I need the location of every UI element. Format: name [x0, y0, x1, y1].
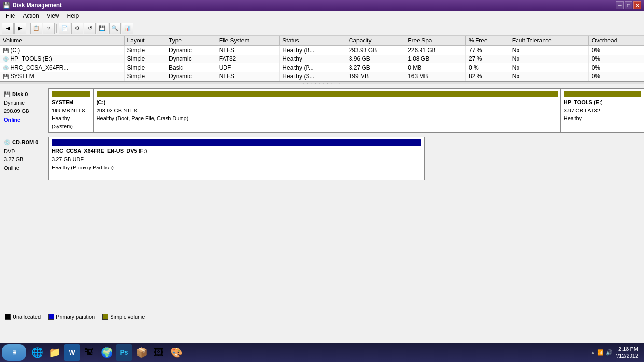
disk0-system-partition[interactable]: SYSTEM 199 MB NTFS Healthy (System) — [49, 89, 94, 132]
cell-type: Dynamic — [166, 72, 216, 81]
taskbar-browser-icon[interactable]: 🌍 — [98, 344, 115, 361]
app-icon: 💾 — [3, 2, 10, 9]
taskbar-media-icon[interactable]: 🖼 — [151, 344, 167, 361]
col-volume[interactable]: Volume — [0, 36, 124, 46]
taskbar-dropbox-icon[interactable]: 📦 — [133, 344, 150, 361]
cell-overhead: 0% — [588, 72, 644, 81]
cell-overhead: 0% — [588, 63, 644, 72]
col-type[interactable]: Type — [166, 36, 216, 46]
cdrom0-partition[interactable]: HRC_CCSA_X64FRE_EN-US_DV5 (F:) 3.27 GB U… — [49, 137, 424, 174]
table-row[interactable]: 💾 SYSTEM Simple Dynamic NTFS Healthy (S.… — [0, 72, 644, 81]
disk0-c-partition[interactable]: (C:) 293.93 GB NTFS Healthy (Boot, Page … — [94, 89, 561, 132]
back-button[interactable]: ◀ — [2, 23, 14, 34]
table-row[interactable]: 💾 (C:) Simple Dynamic NTFS Healthy (B...… — [0, 46, 644, 55]
main-content: Volume Layout Type File System Status Ca… — [0, 36, 644, 343]
cell-fault: No — [509, 63, 588, 72]
disk0-label: 💾 Disk 0 Dynamic 298.09 GB Online — [0, 88, 48, 133]
table-row[interactable]: 💿 HRC_CCSA_X64FR... Simple Basic UDF Hea… — [0, 63, 644, 72]
menu-help[interactable]: Help — [63, 12, 83, 20]
legend-unallocated-label: Unallocated — [13, 314, 41, 320]
legend-unallocated: Unallocated — [5, 314, 41, 320]
minimize-button[interactable]: ─ — [616, 1, 624, 9]
cdrom0-icon: 💿 — [4, 139, 11, 145]
col-capacity[interactable]: Capacity — [346, 36, 405, 46]
cell-pct: 82 % — [465, 72, 509, 81]
toolbar: ◀ ▶ 📋 ? 📄 ⚙ ↺ 💾 🔍 📊 — [0, 21, 644, 36]
cell-fault: No — [509, 46, 588, 55]
cdrom0-type: DVD — [4, 148, 15, 154]
cell-type: Dynamic — [166, 46, 216, 55]
col-fault[interactable]: Fault Tolerance — [509, 36, 588, 46]
cdrom0-label: 💿 CD-ROM 0 DVD 3.27 GB Online — [0, 137, 48, 180]
col-freespace[interactable]: Free Spa... — [405, 36, 466, 46]
forward-button[interactable]: ▶ — [14, 23, 26, 34]
taskbar-word-icon[interactable]: W — [64, 344, 80, 361]
hptools-partition-size: 3.97 GB FAT32 — [564, 107, 641, 115]
properties-button[interactable]: 📋 — [30, 23, 42, 34]
legend-bar: Unallocated Primary partition Simple vol… — [0, 309, 644, 323]
restore-button[interactable]: □ — [625, 1, 632, 9]
cdrom0-row: 💿 CD-ROM 0 DVD 3.27 GB Online HRC_CCSA_X… — [0, 137, 644, 180]
tray-date-display: 7/12/2012 — [615, 352, 638, 359]
cell-status: Healthy (P... — [280, 63, 346, 72]
col-status[interactable]: Status — [280, 36, 346, 46]
taskbar-paint-icon[interactable]: 🎨 — [168, 344, 184, 361]
refresh-button[interactable]: ↺ — [84, 23, 96, 34]
cell-capacity: 293.93 GB — [346, 46, 405, 55]
cell-fault: No — [509, 55, 588, 63]
chart-button[interactable]: 📊 — [122, 23, 133, 34]
close-button[interactable]: ✕ — [633, 1, 641, 9]
cdrom0-partition-size: 3.27 GB UDF — [52, 155, 421, 164]
disk0-size: 298.09 GB — [4, 108, 29, 114]
tray-signal-icon: 📶 — [597, 349, 604, 356]
cell-fault: No — [509, 72, 588, 81]
window-title: Disk Management — [13, 2, 62, 9]
menu-bar: File Action View Help — [0, 11, 644, 21]
help-button[interactable]: ? — [43, 23, 55, 34]
search-button[interactable]: 🔍 — [109, 23, 121, 34]
cell-status: Healthy (S... — [280, 72, 346, 81]
cell-pct: 27 % — [465, 55, 509, 63]
menu-action[interactable]: Action — [19, 12, 42, 20]
legend-simple-label: Simple volume — [110, 314, 145, 320]
cell-type: Basic — [166, 63, 216, 72]
start-button[interactable]: ⊞ — [2, 344, 26, 361]
disk0-row: 💾 Disk 0 Dynamic 298.09 GB Online SYSTEM… — [0, 88, 644, 133]
taskbar-ie-icon[interactable]: 🌐 — [29, 344, 45, 361]
c-partition-name: (C:) — [97, 98, 558, 107]
table-row[interactable]: 💿 HP_TOOLS (E:) Simple Dynamic FAT32 Hea… — [0, 55, 644, 63]
cell-fs: NTFS — [216, 46, 280, 55]
tray-arrow[interactable]: ▲ — [590, 350, 595, 355]
settings-button[interactable]: ⚙ — [71, 23, 83, 34]
cell-fs: UDF — [216, 63, 280, 72]
cdrom0-partition-name: HRC_CCSA_X64FRE_EN-US_DV5 (F:) — [52, 147, 421, 155]
legend-primary: Primary partition — [48, 314, 95, 320]
table-body: 💾 (C:) Simple Dynamic NTFS Healthy (B...… — [0, 46, 644, 81]
hptools-partition-status: Healthy — [564, 114, 641, 123]
col-layout[interactable]: Layout — [124, 36, 166, 46]
title-bar-left: 💾 Disk Management — [3, 2, 62, 9]
menu-view[interactable]: View — [43, 12, 63, 20]
new-vol-button[interactable]: 📄 — [59, 23, 70, 34]
cell-free: 226.91 GB — [405, 46, 466, 55]
app-window: 💾 Disk Management ─ □ ✕ File Action View… — [0, 0, 644, 343]
cell-type: Dynamic — [166, 55, 216, 63]
menu-file[interactable]: File — [2, 12, 19, 20]
disk0-partitions: SYSTEM 199 MB NTFS Healthy (System) (C:)… — [48, 88, 644, 133]
save-button[interactable]: 💾 — [97, 23, 108, 34]
col-filesystem[interactable]: File System — [216, 36, 280, 46]
col-overhead[interactable]: Overhead — [588, 36, 644, 46]
taskbar-explorer-icon[interactable]: 📁 — [46, 344, 63, 361]
title-bar-controls: ─ □ ✕ — [616, 1, 641, 9]
title-bar: 💾 Disk Management ─ □ ✕ — [0, 0, 644, 11]
tray-clock[interactable]: 2:18 PM 7/12/2012 — [615, 346, 638, 360]
table-header: Volume Layout Type File System Status Ca… — [0, 36, 644, 46]
tray-sound-icon[interactable]: 🔊 — [606, 349, 613, 356]
taskbar-mc-icon[interactable]: 🏗 — [81, 344, 98, 361]
taskbar-ps-icon[interactable]: Ps — [116, 344, 132, 361]
disk0-icon: 💾 — [4, 91, 11, 97]
cdrom0-status: Online — [4, 165, 19, 171]
c-partition-status: Healthy (Boot, Page File, Crash Dump) — [97, 114, 558, 123]
col-pctfree[interactable]: % Free — [465, 36, 509, 46]
disk0-hptools-partition[interactable]: HP_TOOLS (E:) 3.97 GB FAT32 Healthy — [561, 89, 644, 132]
